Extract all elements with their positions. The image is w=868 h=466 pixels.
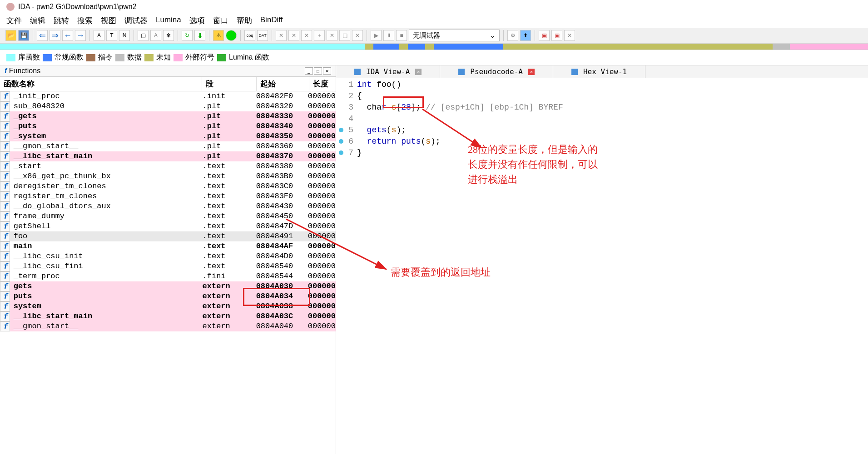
- tb-x1[interactable]: ✕: [276, 30, 287, 41]
- functions-list[interactable]: f_init_proc.init080482F0000000fsub_80483…: [0, 91, 336, 454]
- breakpoint-icon[interactable]: [339, 128, 343, 132]
- function-icon: f: [0, 221, 10, 231]
- tb-code[interactable]: сод: [244, 30, 255, 41]
- tb-t[interactable]: T: [106, 30, 117, 41]
- function-icon: f: [0, 311, 10, 321]
- tb-s[interactable]: ▢: [138, 30, 149, 41]
- play-button[interactable]: ▶: [371, 30, 382, 41]
- menu-file[interactable]: 文件: [6, 15, 22, 26]
- menu-jump[interactable]: 跳转: [54, 15, 69, 26]
- function-row[interactable]: f__do_global_dtors_aux.text0804843000000…: [0, 201, 336, 211]
- menu-window[interactable]: 窗口: [213, 15, 228, 26]
- menu-options[interactable]: 选项: [189, 15, 205, 26]
- function-icon: f: [0, 101, 10, 111]
- back-button[interactable]: ⇐: [37, 30, 48, 41]
- menu-help[interactable]: 帮助: [237, 15, 252, 26]
- function-row[interactable]: f__libc_csu_init.text080484D0000000: [0, 251, 336, 261]
- function-row[interactable]: f__libc_start_mainextern0804A03C000000: [0, 311, 336, 321]
- debugger-select[interactable]: 无调试器⌄: [409, 30, 500, 41]
- function-row[interactable]: fregister_tm_clones.text080483F0000000: [0, 191, 336, 201]
- tab-hex-view[interactable]: Hex View-1: [553, 65, 645, 78]
- tb-x3[interactable]: ✕: [301, 30, 312, 41]
- fwd2-button[interactable]: →: [75, 30, 86, 41]
- menu-lumina[interactable]: Lumina: [156, 15, 181, 26]
- tb-x4[interactable]: ✕: [327, 30, 337, 41]
- function-row[interactable]: f__gmon_start__.plt08048360000000: [0, 141, 336, 151]
- pause-button[interactable]: ⏸: [383, 30, 394, 41]
- tb-down[interactable]: ⬇: [194, 30, 205, 41]
- tab-ida-view[interactable]: IDA View-A✕: [336, 65, 440, 78]
- function-row[interactable]: f_init_proc.init080482F0000000: [0, 91, 336, 101]
- tab-pseudocode[interactable]: Pseudocode-A✕: [440, 65, 553, 78]
- function-icon: f: [0, 151, 10, 161]
- tb-a2[interactable]: A: [150, 30, 161, 41]
- functions-panel: f Functions _ □ ✕ 函数名称 段 起始 长度 f_init_pr…: [0, 65, 336, 454]
- menu-debugger[interactable]: 调试器: [124, 15, 148, 26]
- function-row[interactable]: f_gets.plt08048330000000: [0, 111, 336, 121]
- tb-n[interactable]: N: [119, 30, 130, 41]
- function-row[interactable]: ffoo.text08048491000000: [0, 231, 336, 241]
- menu-edit[interactable]: 编辑: [30, 15, 45, 26]
- tb-go[interactable]: [226, 30, 237, 41]
- tb-d2[interactable]: ▣: [551, 30, 562, 41]
- tb-warn[interactable]: ⚠: [213, 30, 224, 41]
- breakpoint-icon[interactable]: [339, 150, 343, 155]
- back2-button[interactable]: ←: [62, 30, 73, 41]
- toolbar: 📂 💾 ⇐ ⇒ ← → A T N ▢ A ✻ ↻ ⬇ ⚠ сод DAT ✕ …: [0, 28, 868, 44]
- col-seg[interactable]: 段: [202, 77, 257, 91]
- open-button[interactable]: 📂: [5, 30, 16, 41]
- fwd-button[interactable]: ⇒: [50, 30, 60, 41]
- close-icon[interactable]: ✕: [415, 69, 422, 75]
- function-row[interactable]: f__libc_start_main.plt08048370000000: [0, 151, 336, 161]
- right-panel: IDA View-A✕ Pseudocode-A✕ Hex View-1 1in…: [336, 65, 868, 454]
- function-row[interactable]: f_system.plt08048350000000: [0, 131, 336, 141]
- function-icon: f: [0, 251, 10, 261]
- tab-bar: IDA View-A✕ Pseudocode-A✕ Hex View-1: [336, 65, 868, 78]
- col-start[interactable]: 起始: [257, 77, 309, 91]
- col-name[interactable]: 函数名称: [0, 77, 202, 91]
- panel-close-button[interactable]: ✕: [323, 67, 331, 75]
- panel-max-button[interactable]: □: [314, 67, 322, 75]
- tb-c1[interactable]: ⚙: [507, 30, 518, 41]
- function-icon: f: [0, 161, 10, 171]
- tb-d3[interactable]: ✕: [564, 30, 575, 41]
- col-len[interactable]: 长度: [309, 77, 336, 91]
- function-row[interactable]: fmain.text080484AF000000: [0, 241, 336, 251]
- tb-a[interactable]: A: [94, 30, 104, 41]
- function-icon: f: [0, 241, 10, 251]
- function-row[interactable]: f_term_proc.fini08048544000000: [0, 271, 336, 281]
- tb-refresh[interactable]: ↻: [182, 30, 193, 41]
- legend-lib-box: [6, 54, 15, 61]
- function-row[interactable]: fgetShell.text0804847D000000: [0, 221, 336, 231]
- tb-dat[interactable]: DAT: [257, 30, 268, 41]
- function-row[interactable]: f_start.text08048380000000: [0, 161, 336, 171]
- breakpoint-icon[interactable]: [339, 139, 343, 144]
- function-row[interactable]: f__x86_get_pc_thunk_bx.text080483B000000…: [0, 171, 336, 181]
- tb-star[interactable]: ✻: [163, 30, 174, 41]
- function-icon: f: [0, 141, 10, 151]
- menu-bindiff[interactable]: BinDiff: [260, 15, 283, 26]
- close-icon[interactable]: ✕: [528, 69, 535, 75]
- function-row[interactable]: fderegister_tm_clones.text080483C0000000: [0, 181, 336, 191]
- function-row[interactable]: f__libc_csu_fini.text08048540000000: [0, 261, 336, 271]
- legend-regular-box: [43, 54, 52, 61]
- pseudocode-view[interactable]: 1int foo() 2{ 3 char s[28]; // [esp+1Ch]…: [336, 78, 868, 454]
- menu-search[interactable]: 搜索: [77, 15, 93, 26]
- stop-button[interactable]: ■: [396, 30, 407, 41]
- tb-x5[interactable]: ◫: [339, 30, 350, 41]
- tb-c2[interactable]: ⬆: [520, 30, 531, 41]
- tb-d1[interactable]: ▣: [539, 30, 550, 41]
- panel-min-button[interactable]: _: [305, 67, 313, 75]
- function-row[interactable]: fframe_dummy.text08048450000000: [0, 211, 336, 221]
- function-row[interactable]: f__gmon_start__extern0804A040000000: [0, 321, 336, 331]
- tb-x2[interactable]: ✕: [288, 30, 299, 41]
- function-icon: f: [0, 191, 10, 201]
- function-row[interactable]: fsub_8048320.plt08048320000000: [0, 101, 336, 111]
- tab-icon: [458, 69, 465, 75]
- tb-plus[interactable]: +: [314, 30, 325, 41]
- function-row[interactable]: f_puts.plt08048340000000: [0, 121, 336, 131]
- save-button[interactable]: 💾: [18, 30, 29, 41]
- menu-view[interactable]: 视图: [101, 15, 116, 26]
- tb-x6[interactable]: ✕: [352, 30, 363, 41]
- navigation-band[interactable]: [0, 44, 868, 50]
